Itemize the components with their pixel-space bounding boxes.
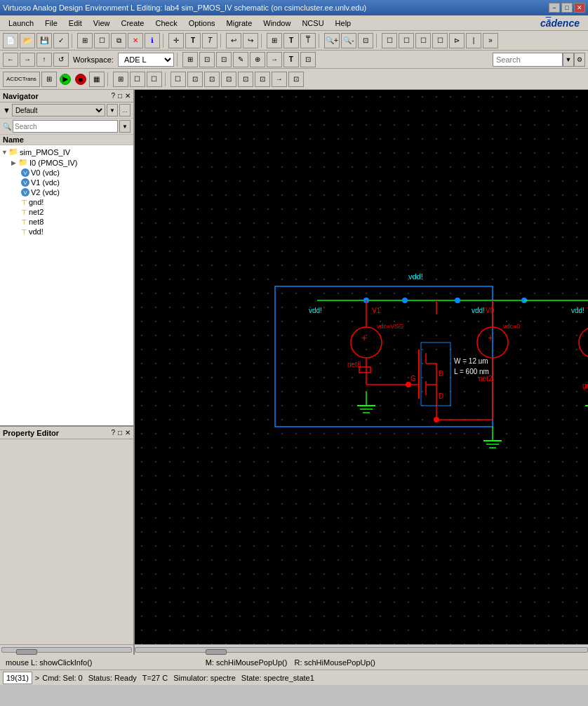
tree-item-v0[interactable]: V V0 (vdc) [1,168,132,178]
undo-button[interactable]: ↩ [226,33,241,48]
tb-text1[interactable]: T [185,33,201,48]
nav-detach-btn[interactable]: □ [118,92,122,100]
run-button[interactable]: ▶ [60,74,71,85]
left-scroll-track[interactable] [1,647,132,653]
menu-window[interactable]: Window [258,18,296,29]
tb-icon7[interactable]: ☐ [432,33,448,48]
tb-icon4[interactable]: ☐ [382,33,397,48]
pe-close-btn[interactable]: ✕ [125,429,131,437]
save-button[interactable]: 💾 [36,33,52,48]
tree-item-gnd[interactable]: ⊤ gnd! [1,197,132,207]
tb-btn-6[interactable]: ☐ [94,33,109,48]
tb3-btn8[interactable]: ⊡ [238,72,253,87]
search-input[interactable] [13,120,118,133]
workspace-select[interactable]: ADE L [118,53,174,67]
redo-button[interactable]: ↪ [243,33,258,48]
tree-item-v2[interactable]: V V2 (vdc) [1,187,132,197]
reload-button[interactable]: ↺ [53,53,69,67]
tb2-btn2[interactable]: ⊡ [199,52,215,67]
search-arrow[interactable]: ▼ [563,53,574,67]
fit-button[interactable]: ⊡ [358,33,373,48]
filter-select[interactable]: Default [12,104,105,116]
tree-item-vdd[interactable]: ⊤ vdd! [1,227,132,237]
tb3-btn1[interactable]: ⊞ [113,72,128,87]
sim-settings-btn[interactable]: ⊞ [41,72,57,87]
tb2-btn3[interactable]: ⊡ [216,52,232,67]
pe-help-btn[interactable]: ? [111,429,115,437]
menu-check[interactable]: Check [149,18,182,29]
tb-icon9[interactable]: | [466,33,481,48]
new-button[interactable]: 📄 [3,33,18,48]
cmd-sel: Cmd: Sel: 0 [42,674,82,682]
tb-icon1[interactable]: ⊞ [267,33,282,48]
filter-options[interactable]: … [119,104,131,116]
tb-icon5[interactable]: ☐ [399,33,414,48]
tb-btn-5[interactable]: ⊞ [77,33,93,48]
tree-item-v1[interactable]: V V1 (vdc) [1,178,132,187]
maximize-button[interactable]: □ [561,3,573,13]
tree-item-net8[interactable]: ⊤ net8 [1,217,132,227]
stop-button[interactable]: ■ [75,74,86,85]
delete-button[interactable]: ✕ [128,33,143,48]
menu-view[interactable]: View [88,18,116,29]
svg-text:gndL: gndL [582,382,588,389]
nav-close-btn[interactable]: ✕ [125,92,131,100]
back-button[interactable]: ← [3,53,18,67]
tree-item-i0[interactable]: ▶ 📁 I0 (PMOS_IV) [1,157,132,168]
search-input[interactable] [493,53,563,67]
ac-trans-btn[interactable]: AC DC Trans [3,72,40,87]
right-scroll-track[interactable] [135,647,588,653]
netlist-btn[interactable]: ▦ [89,72,105,87]
tb2-btn8[interactable]: ⊡ [300,52,316,67]
zoom-out-button[interactable]: 🔍- [341,33,356,48]
copy-button[interactable]: ⧉ [111,33,126,48]
tb3-btn7[interactable]: ⊡ [221,72,236,87]
tb-text2[interactable]: T [202,33,218,48]
forward-button[interactable]: → [20,53,35,67]
menu-file[interactable]: File [39,18,63,29]
minimize-button[interactable]: − [549,3,560,13]
tb2-btn1[interactable]: ⊞ [182,52,198,67]
info-button[interactable]: ℹ [145,33,160,48]
title-controls[interactable]: − □ ✕ [549,3,585,13]
close-button[interactable]: ✕ [574,3,585,13]
tb3-btn2[interactable]: ☐ [130,72,145,87]
tb2-btn4[interactable]: ✎ [233,52,248,67]
h-scrollbar [0,644,588,654]
check-button[interactable]: ✓ [53,33,69,48]
menu-create[interactable]: Create [115,18,149,29]
schematic-area[interactable]: vdd! vdd! V1 + vdc=VSG net8 [135,90,588,644]
tree-item-net2[interactable]: ⊤ net2 [1,207,132,217]
menu-ncsu[interactable]: NCSU [296,18,329,29]
tb-more[interactable]: » [483,33,498,48]
tb-icon8[interactable]: ⊳ [449,33,465,48]
nav-help-btn[interactable]: ? [111,92,115,100]
tb3-btn10[interactable]: → [272,72,287,87]
tb3-btn6[interactable]: ⊡ [204,72,220,87]
tb3-btn9[interactable]: ⊡ [255,72,270,87]
menu-edit[interactable]: Edit [63,18,88,29]
search-options[interactable]: ⚙ [574,53,585,67]
menu-launch[interactable]: Launch [3,18,39,29]
tb2-btn7[interactable]: T [283,52,299,67]
menu-migrate[interactable]: Migrate [221,18,258,29]
tb3-btn4[interactable]: ☐ [171,72,186,87]
zoom-in-button[interactable]: 🔍+ [324,33,340,48]
menu-help[interactable]: Help [330,18,357,29]
tb2-btn6[interactable]: → [267,52,282,67]
up-button[interactable]: ↑ [36,53,52,67]
tree-item-sim-pmos[interactable]: ▼ 📁 sim_PMOS_IV [1,147,132,157]
tb-icon3[interactable]: T [300,33,316,48]
search-nav-arrow[interactable]: ▼ [119,120,131,133]
pe-detach-btn[interactable]: □ [118,429,122,437]
tb-icon2[interactable]: T [283,33,299,48]
menu-options[interactable]: Options [183,18,221,29]
move-button[interactable]: ✛ [168,33,184,48]
tb3-btn3[interactable]: ☐ [147,72,162,87]
tb-icon6[interactable]: ☐ [415,33,431,48]
tb3-btn11[interactable]: ⊡ [288,72,304,87]
tb3-btn5[interactable]: ⊡ [187,72,203,87]
open-button[interactable]: 📂 [20,33,35,48]
tb2-btn5[interactable]: ⊕ [250,52,265,67]
filter-arrow[interactable]: ▼ [107,104,118,116]
